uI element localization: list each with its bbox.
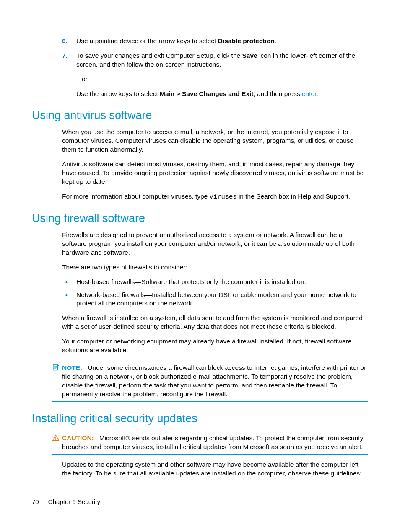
step-bold: Save (242, 52, 257, 59)
caution-label: CAUTION: (62, 434, 94, 442)
step-line: Use the arrow keys to select Main > Save… (76, 90, 368, 98)
paragraph: Firewalls are designed to prevent unauth… (62, 231, 368, 257)
mono-text: viruses (209, 193, 236, 201)
paragraph: Updates to the operating system and othe… (62, 460, 368, 478)
step-text: , and then press (254, 90, 302, 97)
caution-body: CAUTION: Microsoft® sends out alerts reg… (52, 434, 368, 452)
note-text: Under some circumstances a firewall can … (62, 364, 366, 398)
ordered-step-7: 7. To save your changes and exit Compute… (32, 52, 368, 98)
caution-callout: CAUTION: Microsoft® sends out alerts reg… (52, 431, 368, 455)
step-text: Use a pointing device or the arrow keys … (76, 37, 218, 44)
step-bold: Main > Save Changes and Exit (160, 90, 254, 97)
page-footer: 70 Chapter 9 Security (32, 498, 100, 506)
paragraph: Your computer or networking equipment ma… (62, 337, 368, 355)
step-number: 7. (62, 52, 76, 98)
note-icon (52, 364, 60, 371)
paragraph: When a firewall is installed on a system… (62, 314, 368, 331)
note-body: NOTE: Under some circumstances a firewal… (52, 364, 368, 399)
list-item: Host-based firewalls—Software that prote… (62, 278, 368, 287)
paragraph: Antivirus software can detect most virus… (62, 160, 368, 186)
bullet-list: Host-based firewalls—Software that prote… (62, 278, 368, 308)
step-bold: Disable protection (218, 37, 275, 44)
paragraph: There are two types of firewalls to cons… (62, 263, 368, 272)
section-body: Updates to the operating system and othe… (62, 460, 368, 478)
step-body: To save your changes and exit Computer S… (76, 52, 368, 98)
note-callout: NOTE: Under some circumstances a firewal… (52, 361, 368, 402)
list-item: Network-based firewalls—Installed betwee… (62, 291, 368, 308)
svg-point-2 (55, 439, 56, 440)
step-or: – or – (76, 75, 368, 84)
page-number: 70 (32, 498, 39, 505)
section-body: When you use the computer to access e-ma… (62, 128, 368, 201)
step-number: 6. (62, 37, 76, 46)
step-line: To save your changes and exit Computer S… (76, 52, 368, 69)
paragraph-text: For more information about computer viru… (62, 193, 209, 200)
step-text: . (275, 37, 276, 44)
section-body: Firewalls are designed to prevent unauth… (62, 231, 368, 355)
step-text: To save your changes and exit Computer S… (76, 52, 242, 59)
caution-text: Microsoft® sends out alerts regarding cr… (62, 434, 363, 450)
page-content: 6. Use a pointing device or the arrow ke… (32, 37, 368, 478)
key-enter: enter (302, 90, 316, 97)
caution-icon (52, 434, 60, 442)
paragraph-text: in the Search box in Help and Support. (237, 193, 351, 200)
step-body: Use a pointing device or the arrow keys … (76, 37, 368, 46)
step-text: Use the arrow keys to select (76, 90, 160, 97)
paragraph: When you use the computer to access e-ma… (62, 128, 368, 154)
heading-firewall: Using firewall software (32, 211, 368, 226)
note-label: NOTE: (62, 364, 82, 371)
heading-updates: Installing critical security updates (32, 411, 368, 426)
chapter-label: Chapter 9 Security (48, 498, 100, 505)
ordered-step-6: 6. Use a pointing device or the arrow ke… (32, 37, 368, 46)
step-text: . (317, 90, 318, 97)
heading-antivirus: Using antivirus software (32, 108, 368, 123)
paragraph: For more information about computer viru… (62, 192, 368, 201)
